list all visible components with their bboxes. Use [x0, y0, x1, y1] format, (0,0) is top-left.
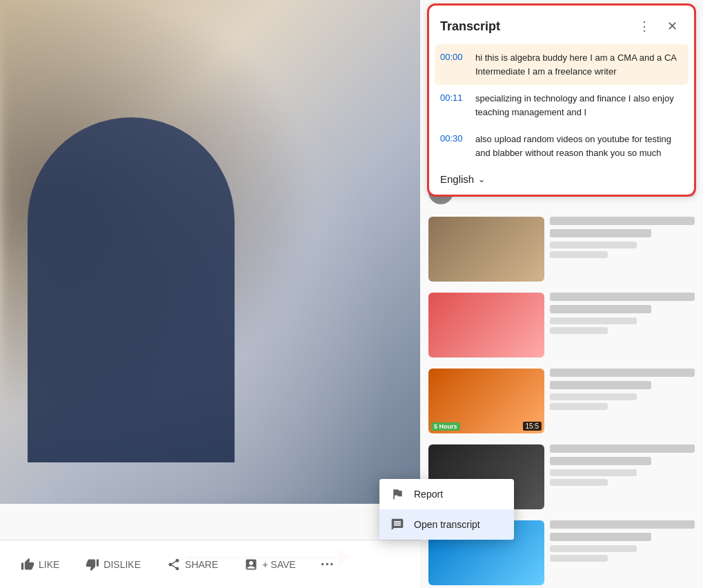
rec-title-3b [550, 457, 651, 465]
transcript-entry-2[interactable]: 00:30 also upload random videos on youtu… [435, 126, 689, 166]
transcript-entry-1[interactable]: 00:11 specializing in technology and fin… [435, 85, 689, 126]
transcript-title: Transcript [440, 19, 500, 34]
rec-info-0 [550, 217, 695, 282]
rec-title-2b [550, 381, 651, 389]
share-icon [167, 558, 181, 571]
rec-title-1b [550, 305, 651, 313]
rec-meta-3 [550, 469, 637, 476]
save-button[interactable]: + SAVE [237, 552, 302, 577]
rec-thumbnail-2: 5 Hours 15:5 [428, 369, 544, 433]
context-menu-open-transcript[interactable]: Open transcript [379, 509, 514, 540]
rec-meta-2 [550, 393, 637, 400]
context-menu: Report Open transcript [379, 479, 514, 540]
rec-meta-0 [550, 242, 637, 248]
rec-item-0[interactable] [426, 213, 697, 286]
transcript-entry-0[interactable]: 00:00 hi this is algebra buddy here I am… [435, 44, 689, 85]
rec-meta-3b [550, 479, 608, 486]
transcript-time-2: 00:30 [440, 133, 464, 159]
rec-info-2 [550, 369, 695, 433]
more-dots: ··· [321, 556, 335, 572]
video-bottom-controls: LIKE DISLIKE SHARE + SAVE ··· [0, 540, 421, 588]
like-button[interactable]: LIKE [14, 552, 66, 577]
dislike-label: DISLIKE [103, 559, 141, 570]
flag-icon [390, 487, 404, 501]
rec-title-0 [550, 217, 695, 225]
share-label: SHARE [185, 559, 218, 570]
thumbs-down-icon [86, 558, 99, 571]
rec-badge-2: 5 Hours [431, 422, 460, 431]
more-options-button[interactable]: ··· [315, 552, 340, 577]
like-label: LIKE [39, 559, 59, 570]
report-label: Report [414, 489, 443, 500]
rec-meta-1 [550, 317, 637, 324]
save-icon [244, 558, 258, 571]
transcript-close-button[interactable]: ✕ [661, 15, 683, 37]
rec-thumbnail-0 [428, 217, 544, 282]
rec-meta-4 [550, 545, 637, 552]
rec-title-1 [550, 293, 695, 301]
context-menu-report[interactable]: Report [379, 479, 514, 509]
rec-title-0b [550, 229, 651, 237]
open-transcript-label: Open transcript [414, 519, 480, 530]
rec-thumbnail-1 [428, 293, 544, 357]
transcript-entries: 00:00 hi this is algebra buddy here I am… [429, 44, 694, 166]
rec-meta-2b [550, 403, 608, 410]
transcript-icon [390, 518, 404, 531]
rec-info-1 [550, 293, 695, 357]
thumbs-up-icon [21, 558, 34, 571]
rec-info-3 [550, 444, 695, 509]
rec-title-4 [550, 520, 695, 529]
transcript-time-0: 00:00 [440, 51, 464, 78]
transcript-text-0: hi this is algebra buddy here I am a CMA… [475, 51, 683, 78]
video-player[interactable] [0, 0, 421, 504]
transcript-header-icons: ⋮ ✕ [633, 15, 683, 37]
rec-title-2 [550, 369, 695, 377]
rec-item-2[interactable]: 5 Hours 15:5 [426, 364, 697, 438]
rec-item-1[interactable] [426, 288, 697, 362]
transcript-time-1: 00:11 [440, 92, 464, 119]
transcript-header: Transcript ⋮ ✕ [429, 6, 694, 44]
transcript-more-button[interactable]: ⋮ [633, 15, 655, 37]
transcript-language-label: English [440, 173, 474, 185]
person-in-video [28, 117, 235, 462]
rec-duration-2: 15:5 [523, 422, 542, 431]
save-label: + SAVE [262, 559, 295, 570]
rec-meta-0b [550, 251, 608, 258]
transcript-language-selector[interactable]: English ⌄ [429, 166, 694, 195]
rec-meta-4b [550, 555, 608, 562]
rec-meta-1b [550, 327, 608, 334]
dislike-button[interactable]: DISLIKE [79, 552, 148, 577]
share-button[interactable]: SHARE [160, 552, 225, 577]
rec-info-4 [550, 520, 695, 585]
transcript-text-1: specializing in technology and finance I… [475, 92, 683, 119]
transcript-text-2: also upload random videos on youtube for… [475, 133, 683, 159]
chevron-down-icon: ⌄ [478, 175, 485, 184]
transcript-panel: Transcript ⋮ ✕ 00:00 hi this is algebra … [427, 3, 696, 197]
rec-title-4b [550, 533, 651, 541]
rec-title-3 [550, 444, 695, 453]
